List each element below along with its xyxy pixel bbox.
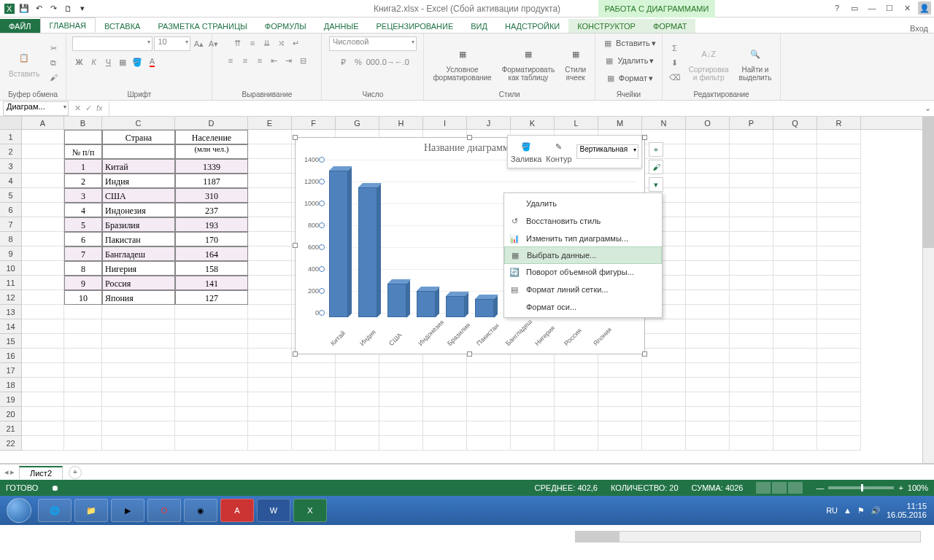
cell[interactable]: [175, 392, 248, 407]
user-icon[interactable]: 👤: [918, 1, 931, 15]
cell[interactable]: [686, 174, 730, 188]
new-sheet-button[interactable]: +: [69, 466, 82, 479]
cell[interactable]: [773, 407, 817, 421]
clear-icon[interactable]: ⌫: [668, 71, 682, 84]
context-menu-item[interactable]: ↺Восстановить стиль: [504, 212, 662, 230]
cell[interactable]: [598, 392, 642, 407]
cell[interactable]: Пакистан: [102, 232, 175, 246]
cell[interactable]: [817, 378, 861, 392]
cell[interactable]: [248, 261, 292, 276]
cell[interactable]: 127: [175, 290, 248, 305]
cell[interactable]: 237: [175, 203, 248, 217]
cell[interactable]: [102, 421, 175, 436]
cell[interactable]: [817, 290, 861, 305]
chart-bar[interactable]: [417, 291, 436, 317]
underline-icon[interactable]: Ч: [101, 55, 115, 69]
name-box[interactable]: Диаграм...: [3, 101, 69, 116]
fill-icon[interactable]: ⬇: [668, 56, 682, 69]
cell[interactable]: 141: [175, 276, 248, 290]
cell[interactable]: [686, 159, 730, 174]
cell[interactable]: [773, 290, 817, 305]
bold-icon[interactable]: Ж: [72, 55, 85, 69]
cell[interactable]: [730, 407, 773, 421]
cell[interactable]: [555, 392, 598, 407]
cell[interactable]: [248, 159, 292, 174]
align-center-icon[interactable]: ≡: [239, 54, 252, 67]
cell[interactable]: [773, 436, 817, 451]
chart-bar[interactable]: [475, 299, 494, 318]
cell[interactable]: [175, 421, 248, 436]
font-size-dropdown[interactable]: 10: [154, 36, 190, 51]
cell[interactable]: 193: [175, 217, 248, 232]
cell[interactable]: [817, 159, 861, 174]
cell[interactable]: [102, 436, 175, 451]
cell[interactable]: [248, 217, 292, 232]
cell[interactable]: [248, 174, 292, 188]
tray-flag-icon[interactable]: ▲: [844, 506, 852, 515]
cell[interactable]: [292, 392, 336, 407]
cell[interactable]: [292, 363, 336, 378]
taskbar-excel[interactable]: X: [293, 499, 327, 522]
increase-decimal-icon[interactable]: .0→: [381, 55, 394, 69]
cell[interactable]: [467, 392, 511, 407]
cell[interactable]: [686, 363, 730, 378]
cell[interactable]: [175, 378, 248, 392]
cell[interactable]: [773, 130, 817, 144]
cell[interactable]: [22, 319, 64, 334]
cell[interactable]: [773, 349, 817, 363]
cell[interactable]: [22, 174, 64, 188]
cell[interactable]: [336, 392, 379, 407]
cell[interactable]: [102, 349, 175, 363]
vertical-scrollbar[interactable]: [922, 117, 934, 463]
row-header[interactable]: 14: [0, 319, 22, 334]
cell[interactable]: 310: [175, 188, 248, 203]
cell[interactable]: [22, 334, 64, 349]
cell[interactable]: [248, 319, 292, 334]
format-painter-icon[interactable]: 🖌: [47, 71, 60, 84]
cell[interactable]: [248, 232, 292, 246]
cell[interactable]: [773, 276, 817, 290]
align-right-icon[interactable]: ≡: [253, 54, 266, 67]
column-header[interactable]: H: [379, 117, 423, 129]
cell[interactable]: [102, 334, 175, 349]
row-header[interactable]: 8: [0, 232, 22, 246]
column-header[interactable]: R: [817, 117, 861, 129]
cell[interactable]: 3: [64, 188, 102, 203]
cell[interactable]: [730, 378, 773, 392]
cell[interactable]: [292, 421, 336, 436]
column-header[interactable]: L: [555, 117, 598, 129]
cell[interactable]: [511, 392, 555, 407]
cell[interactable]: США: [102, 188, 175, 203]
cell[interactable]: [773, 378, 817, 392]
column-header[interactable]: A: [22, 117, 64, 129]
cell[interactable]: [686, 436, 730, 451]
cell[interactable]: [730, 246, 773, 261]
cell[interactable]: [379, 436, 423, 451]
row-header[interactable]: 18: [0, 378, 22, 392]
column-header[interactable]: O: [686, 117, 730, 129]
column-header[interactable]: G: [336, 117, 379, 129]
cell[interactable]: [730, 174, 773, 188]
tab-review[interactable]: РЕЦЕНЗИРОВАНИЕ: [367, 19, 462, 33]
cell[interactable]: Бангладеш: [102, 246, 175, 261]
cell[interactable]: [773, 261, 817, 276]
cell[interactable]: [423, 407, 467, 421]
cell[interactable]: 7: [64, 246, 102, 261]
cell[interactable]: 1: [64, 159, 102, 174]
cell[interactable]: [22, 421, 64, 436]
row-header[interactable]: 15: [0, 334, 22, 349]
cell[interactable]: [22, 144, 64, 159]
cell[interactable]: [22, 203, 64, 217]
cell[interactable]: [642, 407, 686, 421]
cell[interactable]: 6: [64, 232, 102, 246]
cell[interactable]: [467, 363, 511, 378]
cell[interactable]: [175, 349, 248, 363]
cell[interactable]: [248, 203, 292, 217]
row-header[interactable]: 7: [0, 217, 22, 232]
cell[interactable]: [22, 261, 64, 276]
cell[interactable]: [64, 407, 102, 421]
column-header[interactable]: N: [642, 117, 686, 129]
row-header[interactable]: 1: [0, 130, 22, 144]
currency-icon[interactable]: ₽: [337, 55, 350, 69]
cell[interactable]: [64, 319, 102, 334]
